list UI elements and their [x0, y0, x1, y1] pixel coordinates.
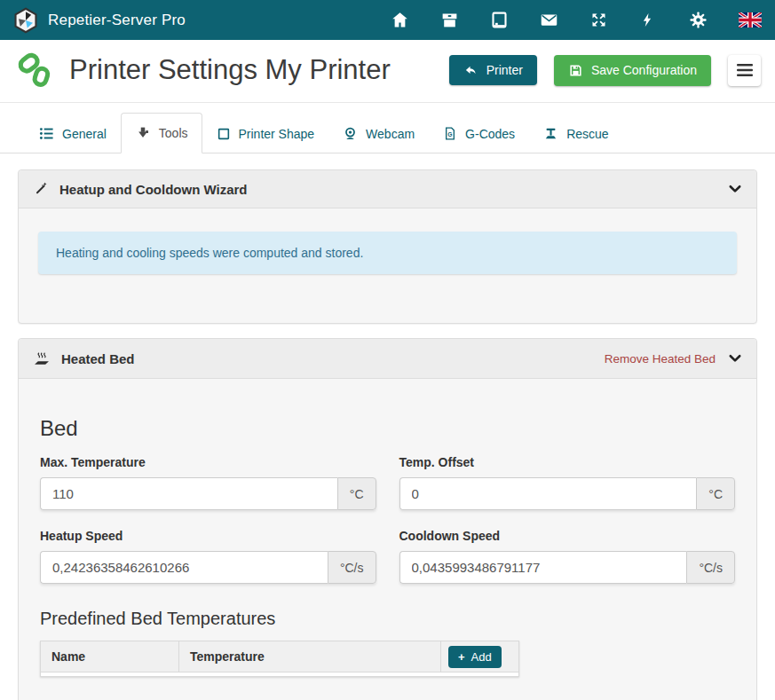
navbar-icons [391, 11, 762, 29]
chevron-down-icon[interactable] [728, 353, 742, 365]
tab-general[interactable]: General [25, 114, 121, 153]
webcam-icon [343, 126, 358, 141]
printer-frame-icon[interactable] [490, 11, 509, 29]
max-temperature-field: Max. Temperature °C [40, 455, 376, 510]
heated-bed-icon [33, 350, 51, 367]
heated-bed-panel-title: Heated Bed [61, 351, 135, 366]
printer-button[interactable]: Printer [449, 55, 537, 85]
back-arrow-icon [463, 64, 478, 77]
repetier-logo-icon [12, 7, 39, 34]
uk-flag-icon[interactable] [739, 11, 762, 29]
heatup-speed-field: Heatup Speed °C/s [40, 529, 376, 584]
menu-button[interactable] [728, 55, 761, 86]
box-icon[interactable] [440, 11, 459, 29]
tab-webcam[interactable]: Webcam [328, 114, 429, 153]
max-temperature-label: Max. Temperature [40, 455, 376, 469]
floppy-disk-icon [568, 63, 583, 78]
tab-gcodes[interactable]: G G-Codes [429, 114, 529, 153]
heatup-speed-input[interactable] [40, 551, 328, 584]
tab-rescue[interactable]: Rescue [529, 114, 622, 153]
plus-icon: + [458, 651, 465, 663]
column-header-name: Name [41, 641, 179, 672]
mail-icon[interactable] [540, 11, 558, 29]
wizard-panel-body: Heating and cooling speeds were computed… [19, 208, 756, 323]
chevron-down-icon[interactable] [728, 184, 742, 195]
heated-bed-panel: Heated Bed Remove Heated Bed Bed Max. Te… [18, 338, 757, 700]
gcode-file-icon: G [443, 126, 457, 141]
extruder-icon [135, 125, 151, 141]
wizard-panel-heading[interactable]: Heatup and Cooldown Wizard [19, 170, 756, 208]
tab-tools[interactable]: Tools [121, 113, 202, 153]
heated-bed-panel-body: Bed Max. Temperature °C Temp. Offset °C [19, 379, 756, 700]
info-alert: Heating and cooling speeds were computed… [38, 232, 737, 274]
page-header: Printer Settings My Printer Printer Save… [0, 40, 775, 103]
temp-offset-label: Temp. Offset [399, 455, 736, 469]
magic-wand-icon [33, 181, 49, 197]
column-header-temperature: Temperature [179, 641, 441, 672]
save-configuration-button[interactable]: Save Configuration [554, 55, 711, 86]
settings-tabs: General Tools Printer Shape Webcam [0, 103, 775, 153]
cooldown-speed-input[interactable] [399, 551, 687, 584]
heated-bed-panel-heading[interactable]: Heated Bed Remove Heated Bed [19, 339, 756, 379]
bolt-icon[interactable] [639, 11, 658, 29]
hamburger-icon [737, 64, 753, 76]
predefined-temperatures-table: Name Temperature + Add [40, 641, 519, 677]
rescue-icon [543, 126, 558, 141]
cooldown-speed-unit: °C/s [686, 551, 735, 584]
predefined-bed-temperatures-title: Predefined Bed Temperatures [40, 609, 735, 629]
cooldown-speed-label: Cooldown Speed [399, 529, 736, 543]
gear-icon[interactable] [689, 11, 708, 29]
fullscreen-icon[interactable] [589, 11, 608, 29]
heatup-speed-label: Heatup Speed [40, 529, 376, 543]
brand-title: Repetier-Server Pro [48, 12, 186, 29]
temp-offset-input[interactable] [399, 477, 697, 510]
brand[interactable]: Repetier-Server Pro [12, 7, 186, 34]
svg-text:G: G [447, 131, 452, 138]
wizard-panel-title: Heatup and Cooldown Wizard [59, 182, 248, 197]
temp-offset-unit: °C [696, 477, 735, 510]
main-content: Heatup and Cooldown Wizard Heating and c… [0, 153, 775, 700]
remove-heated-bed-link[interactable]: Remove Heated Bed [605, 352, 716, 366]
tab-printer-shape[interactable]: Printer Shape [202, 114, 329, 153]
home-icon[interactable] [391, 11, 409, 29]
bed-section-title: Bed [40, 416, 735, 441]
cooldown-speed-field: Cooldown Speed °C/s [399, 529, 736, 584]
temp-offset-field: Temp. Offset °C [399, 455, 736, 510]
top-navbar: Repetier-Server Pro [0, 0, 775, 40]
add-temperature-button[interactable]: + Add [448, 646, 502, 668]
page-title: Printer Settings My Printer [69, 54, 391, 86]
header-actions: Printer Save Configuration [449, 55, 761, 86]
max-temperature-unit: °C [337, 477, 376, 510]
heatup-speed-unit: °C/s [328, 551, 376, 584]
square-outline-icon [217, 127, 231, 141]
list-icon [39, 126, 54, 141]
chain-link-icon [16, 50, 55, 90]
max-temperature-input[interactable] [40, 477, 337, 510]
wizard-panel: Heatup and Cooldown Wizard Heating and c… [18, 169, 757, 324]
empty-table-body [41, 672, 519, 677]
bed-fields: Max. Temperature °C Temp. Offset °C Heat… [40, 455, 735, 584]
